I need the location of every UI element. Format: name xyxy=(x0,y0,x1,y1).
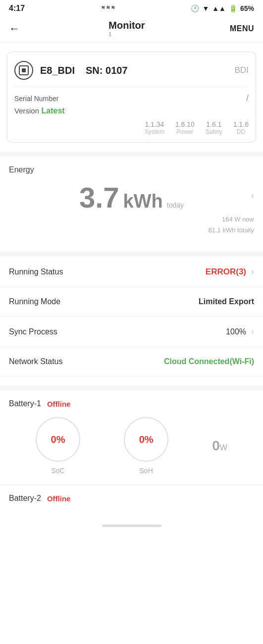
signal-icon-1: ᴺ xyxy=(102,5,105,12)
status-icons: ᴺ ᴺ ᴺ xyxy=(102,5,114,12)
energy-value: 3.7 xyxy=(79,183,119,212)
device-header: E8_BDI SN: 0107 BDI xyxy=(14,61,249,80)
version-power: 1.6.10 Power xyxy=(175,120,195,135)
soh-circle: 0% xyxy=(124,417,168,462)
running-status-value: ERROR(3) › xyxy=(206,267,254,277)
version-dd: 1.1.6 DD xyxy=(233,120,249,135)
running-status-row[interactable]: Running Status ERROR(3) › xyxy=(0,257,263,287)
battery-1-header: Battery-1 Offline xyxy=(9,399,254,408)
page-subtitle: 1 xyxy=(108,31,111,37)
status-time: 4:17 xyxy=(9,4,25,13)
svg-rect-1 xyxy=(22,68,26,72)
version-label: Version xyxy=(14,107,39,115)
running-status-label: Running Status xyxy=(9,268,63,276)
serial-edit[interactable]: / xyxy=(246,93,249,104)
running-mode-value: Limited Export xyxy=(199,297,254,306)
energy-today: today xyxy=(167,201,184,209)
energy-detail-arrow[interactable]: › xyxy=(251,190,254,201)
battery-1-status: Offline xyxy=(47,400,71,408)
battery-1-section: Battery-1 Offline 0% SoC 0% SoH 0W xyxy=(0,390,263,484)
version-safety: 1.6.1 Safety xyxy=(206,120,222,135)
soh-label: SoH xyxy=(140,467,153,475)
version-row-label: Version Latest xyxy=(14,107,249,115)
device-type: BDI xyxy=(235,65,249,75)
wifi-icon: ▼ xyxy=(202,4,209,12)
page-title: Monitor xyxy=(108,20,145,31)
handle-bar xyxy=(102,525,161,527)
version-safety-type: Safety xyxy=(206,128,222,135)
battery-2-section: Battery-2 Offline xyxy=(0,485,263,517)
battery-icon: 🔋 xyxy=(229,4,237,12)
version-system-num: 1.1.34 xyxy=(145,120,164,128)
energy-main: 3.7 kWh today › xyxy=(9,178,254,212)
battery-power-value: 0W xyxy=(212,438,227,454)
network-status-label: Network Status xyxy=(9,357,62,366)
signal-bars-icon: ▲▲ xyxy=(212,4,226,12)
back-button[interactable]: ← xyxy=(5,20,24,37)
status-right: 🕐 ▼ ▲▲ 🔋 65% xyxy=(191,4,254,12)
soh-gauge: 0% SoH xyxy=(124,417,168,475)
battery-2-title: Battery-2 xyxy=(9,494,41,503)
header: ← Monitor 1 MENU xyxy=(0,15,263,43)
bottom-handle xyxy=(0,517,263,531)
battery-power: 0W xyxy=(212,438,227,454)
running-mode-label: Running Mode xyxy=(9,297,60,306)
battery-2-header: Battery-2 Offline xyxy=(9,494,254,503)
version-dd-type: DD xyxy=(233,128,249,135)
sync-process-value: 100% › xyxy=(226,326,254,337)
soc-value: 0% xyxy=(51,434,65,445)
signal-icon-3: ᴺ xyxy=(111,5,114,12)
version-system: 1.1.34 System xyxy=(145,120,164,135)
section-divider-3 xyxy=(0,385,263,390)
battery-1-gauges: 0% SoC 0% SoH 0W xyxy=(9,417,254,480)
battery-2-status: Offline xyxy=(47,494,71,503)
version-system-type: System xyxy=(145,128,164,135)
energy-section-title: Energy xyxy=(9,165,254,174)
header-title-block: Monitor 1 xyxy=(108,20,145,37)
network-status-value: Cloud Connected(Wi-Fi) xyxy=(164,357,254,366)
device-icon xyxy=(14,61,33,80)
soc-circle: 0% xyxy=(36,417,80,462)
power-unit: W xyxy=(220,443,227,452)
running-mode-row: Running Mode Limited Export xyxy=(0,287,263,317)
device-meta: Serial Number / Version Latest 1.1.34 Sy… xyxy=(14,87,249,135)
network-status-row: Network Status Cloud Connected(Wi-Fi) xyxy=(0,347,263,376)
battery-percent: 65% xyxy=(240,4,254,12)
running-status-arrow: › xyxy=(251,267,254,277)
energy-total: 81.1 kWh totally xyxy=(9,225,254,236)
alarm-icon: 🕐 xyxy=(191,4,199,12)
energy-unit: kWh xyxy=(123,191,163,212)
serial-row: Serial Number / xyxy=(14,93,249,104)
serial-label: Serial Number xyxy=(14,95,58,103)
version-safety-num: 1.6.1 xyxy=(206,120,222,128)
signal-icon-2: ᴺ xyxy=(106,5,109,12)
version-list: 1.1.34 System 1.6.10 Power 1.6.1 Safety … xyxy=(14,120,249,135)
energy-now: 164 W now xyxy=(9,214,254,225)
sync-process-arrow: › xyxy=(251,326,254,337)
status-rows: Running Status ERROR(3) › Running Mode L… xyxy=(0,257,263,376)
version-power-num: 1.6.10 xyxy=(175,120,195,128)
version-power-type: Power xyxy=(175,128,195,135)
soc-gauge: 0% SoC xyxy=(36,417,80,475)
energy-sub: 164 W now 81.1 kWh totally xyxy=(9,212,254,241)
energy-section: Energy 3.7 kWh today › 164 W now 81.1 kW… xyxy=(0,157,263,243)
device-name: E8_BDI xyxy=(40,65,75,76)
soh-value: 0% xyxy=(139,434,154,445)
sync-process-label: Sync Process xyxy=(9,327,57,336)
battery-1-title: Battery-1 xyxy=(9,399,41,408)
device-sn: SN: 0107 xyxy=(86,65,128,76)
status-bar: 4:17 ᴺ ᴺ ᴺ 🕐 ▼ ▲▲ 🔋 65% xyxy=(0,0,263,15)
sync-process-row[interactable]: Sync Process 100% › xyxy=(0,317,263,347)
version-status: Latest xyxy=(42,107,65,115)
version-dd-num: 1.1.6 xyxy=(233,120,249,128)
section-divider-2 xyxy=(0,252,263,257)
menu-button[interactable]: MENU xyxy=(230,24,254,33)
section-divider-1 xyxy=(0,152,263,157)
device-card: E8_BDI SN: 0107 BDI Serial Number / Vers… xyxy=(7,52,256,143)
soc-label: SoC xyxy=(51,467,64,475)
